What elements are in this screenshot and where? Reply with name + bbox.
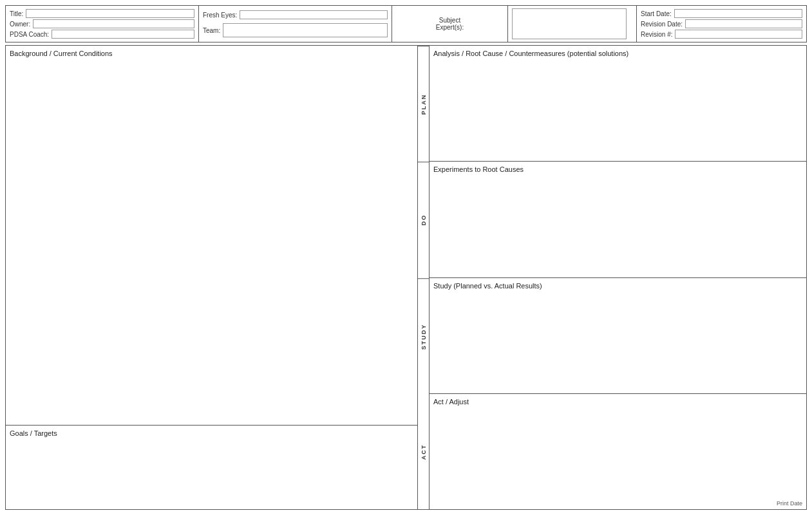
owner-label: Owner: xyxy=(10,21,30,28)
subject-expert-label: SubjectExpert(s): xyxy=(436,17,464,31)
start-date-row: Start Date: xyxy=(641,9,802,18)
pdsa-coach-input[interactable] xyxy=(52,30,194,39)
right-panel: PLAN DO STUDY ACT Analysis / Root Cause … xyxy=(418,46,806,509)
start-date-input[interactable] xyxy=(674,9,802,18)
fresh-eyes-label: Fresh Eyes: xyxy=(203,12,237,19)
team-input[interactable] xyxy=(223,23,388,37)
title-input[interactable] xyxy=(26,9,194,18)
do-label: DO xyxy=(418,162,429,277)
pdsa-labels: PLAN DO STUDY ACT xyxy=(418,46,430,509)
team-row: Team: xyxy=(203,23,388,37)
revision-date-label: Revision Date: xyxy=(641,21,683,28)
subject-expert-input[interactable] xyxy=(512,8,627,39)
study-title: Study (Planned vs. Actual Results) xyxy=(433,282,802,290)
left-panel: Background / Current Conditions Goals / … xyxy=(6,46,418,509)
revision-date-row: Revision Date: xyxy=(641,19,802,28)
analysis-title: Analysis / Root Cause / Countermeasures … xyxy=(433,50,802,57)
act-label: ACT xyxy=(418,394,429,509)
header: Title: Owner: PDSA Coach: Fresh Eyes: Te… xyxy=(5,5,807,42)
owner-input[interactable] xyxy=(33,19,194,28)
header-col-2: Fresh Eyes: Team: xyxy=(199,6,392,42)
right-sections: Analysis / Root Cause / Countermeasures … xyxy=(430,46,806,509)
title-row: Title: xyxy=(10,9,194,18)
plan-label: PLAN xyxy=(418,46,429,162)
experiments-section: Experiments to Root Causes xyxy=(430,162,806,277)
pdsa-coach-row: PDSA Coach: xyxy=(10,30,194,39)
study-label: STUDY xyxy=(418,278,429,394)
start-date-label: Start Date: xyxy=(641,10,672,17)
analysis-section: Analysis / Root Cause / Countermeasures … xyxy=(430,46,806,162)
revision-date-input[interactable] xyxy=(685,19,802,28)
print-date-label: Print Date xyxy=(777,500,802,507)
title-label: Title: xyxy=(10,10,23,17)
act-title: Act / Adjust xyxy=(433,398,802,406)
study-section: Study (Planned vs. Actual Results) xyxy=(430,278,806,394)
revision-num-row: Revision #: xyxy=(641,30,802,39)
act-section: Act / Adjust Print Date xyxy=(430,394,806,509)
background-section: Background / Current Conditions xyxy=(6,46,417,426)
goals-title: Goals / Targets xyxy=(10,429,413,437)
main-content: Background / Current Conditions Goals / … xyxy=(5,45,807,510)
fresh-eyes-row: Fresh Eyes: xyxy=(203,10,388,19)
pdsa-coach-label: PDSA Coach: xyxy=(10,31,49,38)
header-col-1: Title: Owner: PDSA Coach: xyxy=(6,6,199,42)
owner-row: Owner: xyxy=(10,19,194,28)
revision-num-input[interactable] xyxy=(675,30,802,39)
header-col-3: SubjectExpert(s): xyxy=(392,6,508,42)
background-title: Background / Current Conditions xyxy=(10,50,413,57)
page: Title: Owner: PDSA Coach: Fresh Eyes: Te… xyxy=(0,0,812,515)
experiments-title: Experiments to Root Causes xyxy=(433,165,802,173)
header-col-4 xyxy=(508,6,637,42)
header-col-5: Start Date: Revision Date: Revision #: xyxy=(637,6,806,42)
team-label: Team: xyxy=(203,27,220,34)
revision-num-label: Revision #: xyxy=(641,31,672,38)
fresh-eyes-input[interactable] xyxy=(240,10,388,19)
goals-section: Goals / Targets xyxy=(6,426,417,509)
